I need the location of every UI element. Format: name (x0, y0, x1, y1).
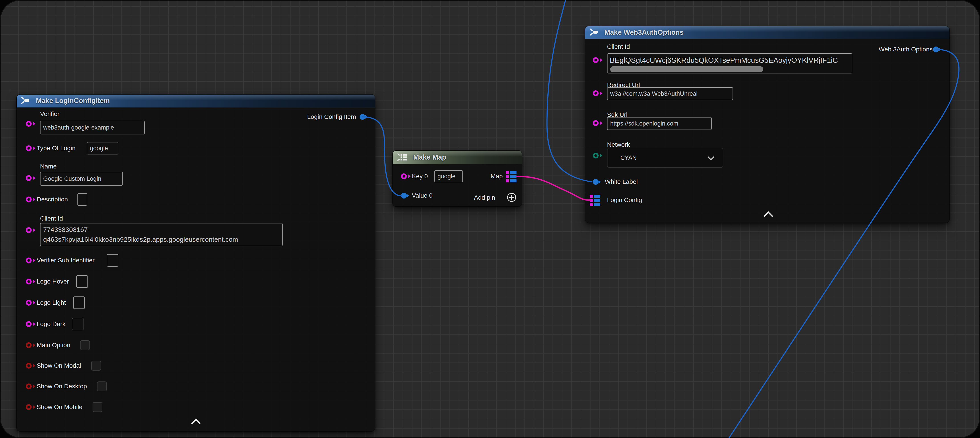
make-struct-icon (589, 28, 598, 37)
add-pin-button[interactable] (507, 193, 516, 202)
pin-label-client-id: Client Id (607, 43, 630, 50)
name-input[interactable]: Google Custom Login (40, 172, 123, 186)
type-of-login-input[interactable]: google (87, 142, 118, 154)
verifier-input[interactable]: web3auth-google-example (40, 121, 145, 134)
pin-label-client-id: Client Id (40, 215, 63, 222)
network-selected-value: CYAN (620, 154, 636, 161)
node-header-make-map[interactable]: Make Map (393, 151, 522, 164)
collapse-node-button[interactable] (764, 212, 773, 221)
verifier-sub-identifier-input[interactable] (107, 254, 118, 267)
pin-sdk-url[interactable] (593, 120, 598, 126)
pin-verifier[interactable] (26, 121, 32, 127)
pin-label-verifier-sub-identifier: Verifier Sub Identifier (37, 257, 95, 264)
logo-light-input[interactable] (73, 296, 85, 309)
show-on-desktop-checkbox[interactable] (97, 381, 107, 391)
pin-label-login-config-item: Login Config Item (307, 113, 356, 120)
pin-redirect-url[interactable] (593, 90, 598, 96)
sdk-url-input[interactable]: https://sdk.openlogin.com (607, 117, 712, 130)
node-make-web3authoptions[interactable]: Make Web3AuthOptions Web 3Auth Options C… (585, 26, 949, 223)
logo-hover-input[interactable] (76, 275, 88, 288)
pin-name[interactable] (26, 175, 32, 181)
pin-label-type-of-login: Type Of Login (37, 145, 75, 152)
client-id-line2: q463s7kpvja16l4l0kko3nb925ikds2p.apps.go… (43, 234, 280, 244)
pin-label-login-config: Login Config (607, 196, 642, 204)
pin-show-on-mobile[interactable] (26, 404, 32, 410)
pin-label-white-label: White Label (605, 178, 638, 185)
pin-output-map[interactable] (506, 171, 517, 182)
pin-network[interactable] (593, 153, 598, 158)
collapse-node-button[interactable] (191, 419, 200, 428)
client-id-input[interactable]: 774338308167- q463s7kpvja16l4l0kko3nb925… (40, 223, 283, 246)
show-on-mobile-checkbox[interactable] (92, 402, 102, 412)
main-option-checkbox[interactable] (80, 340, 90, 350)
pin-label-verifier: Verifier (40, 110, 59, 118)
blueprint-graph-canvas[interactable]: Make LoginConfigItem Login Config Item V… (0, 0, 980, 438)
add-pin-label: Add pin (474, 194, 495, 201)
pin-type-of-login[interactable] (26, 145, 32, 151)
pin-label-logo-hover: Logo Hover (37, 278, 69, 285)
pin-label-description: Description (37, 196, 68, 203)
pin-client-id[interactable] (26, 227, 32, 233)
chevron-down-icon (707, 153, 714, 160)
pin-main-option[interactable] (26, 342, 32, 348)
pin-label-show-on-modal: Show On Modal (37, 362, 81, 369)
pin-label-name: Name (40, 163, 57, 170)
client-id-text: BEglQSgt4cUWcj6SKRdu5QkOXTsePmMcusG5EAoy… (608, 54, 852, 67)
node-title: Make Map (413, 151, 446, 164)
pin-verifier-sub-identifier[interactable] (26, 258, 32, 263)
pin-white-label[interactable] (593, 179, 598, 185)
pin-label-map: Map (491, 173, 503, 180)
pin-label-logo-dark: Logo Dark (37, 320, 65, 328)
node-title: Make Web3AuthOptions (605, 26, 684, 39)
pin-description[interactable] (26, 196, 32, 202)
pin-logo-hover[interactable] (26, 279, 32, 284)
pin-label-show-on-desktop: Show On Desktop (37, 383, 87, 390)
network-dropdown[interactable]: CYAN (607, 148, 723, 168)
client-id-line1: 774338308167- (43, 225, 280, 234)
node-header-make-web3authoptions[interactable]: Make Web3AuthOptions (585, 26, 949, 39)
redirect-url-input[interactable]: w3a://com.w3a.Web3AuthUnreal (607, 87, 733, 100)
pin-label-main-option: Main Option (37, 342, 70, 349)
pin-logo-dark[interactable] (26, 321, 32, 327)
wire-map-to-login-config[interactable] (517, 176, 590, 200)
blueprint-editor-screen: Make LoginConfigItem Login Config Item V… (0, 0, 980, 438)
pin-show-on-modal[interactable] (26, 363, 32, 369)
pin-login-config[interactable] (590, 195, 600, 206)
key-0-input[interactable]: google (434, 170, 463, 182)
client-id-scrollbar[interactable] (610, 66, 763, 72)
node-make-map[interactable]: Make Map Key 0 google Map Value 0 Add pi… (393, 151, 522, 206)
pin-label-logo-light: Logo Light (37, 299, 66, 306)
pin-label-show-on-mobile: Show On Mobile (37, 403, 82, 411)
node-header-make-loginconfigitem[interactable]: Make LoginConfigItem (17, 95, 375, 107)
pin-show-on-desktop[interactable] (26, 384, 32, 389)
node-title: Make LoginConfigItem (36, 95, 110, 107)
logo-dark-input[interactable] (72, 318, 83, 330)
pin-key-0[interactable] (401, 174, 407, 179)
description-input[interactable] (78, 193, 87, 205)
pin-label-key-0: Key 0 (412, 173, 428, 180)
pin-label-value-0: Value 0 (412, 192, 433, 199)
pin-label-web3auth-options: Web 3Auth Options (879, 46, 932, 53)
make-struct-icon (20, 96, 30, 105)
client-id-input[interactable]: BEglQSgt4cUWcj6SKRdu5QkOXTsePmMcusG5EAoy… (607, 53, 852, 73)
pin-client-id[interactable] (593, 57, 598, 63)
node-make-loginconfigitem[interactable]: Make LoginConfigItem Login Config Item V… (17, 95, 375, 431)
pin-label-network: Network (607, 141, 630, 148)
make-map-icon (397, 153, 408, 162)
pin-logo-light[interactable] (26, 300, 32, 306)
show-on-modal-checkbox[interactable] (91, 361, 101, 371)
